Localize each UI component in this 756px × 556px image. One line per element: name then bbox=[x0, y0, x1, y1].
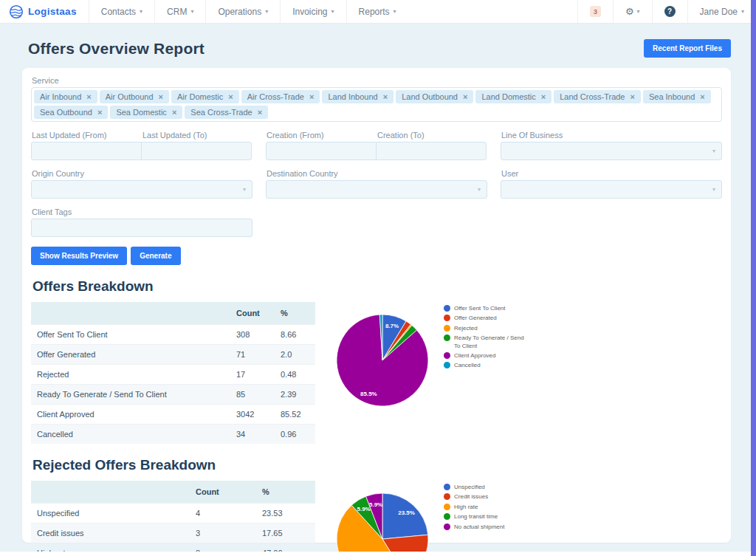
service-tag[interactable]: Air Inbound× bbox=[34, 90, 97, 103]
remove-tag-icon[interactable]: × bbox=[463, 92, 467, 101]
service-tag-label: Air Outbound bbox=[106, 92, 154, 101]
nav-item-contacts[interactable]: Contacts ▾ bbox=[89, 0, 154, 23]
service-tag[interactable]: Air Domestic× bbox=[171, 90, 239, 103]
service-tag[interactable]: Sea Outbound× bbox=[34, 106, 108, 119]
column-header bbox=[31, 302, 230, 325]
legend-color-dot bbox=[444, 325, 450, 332]
nav-label: CRM bbox=[167, 7, 187, 17]
service-tag[interactable]: Sea Domestic× bbox=[110, 106, 182, 119]
remove-tag-icon[interactable]: × bbox=[159, 92, 163, 101]
recent-report-files-button[interactable]: Recent Report Files bbox=[644, 39, 731, 58]
legend-color-dot bbox=[444, 524, 450, 530]
table-row: Client Approved304285.52 bbox=[31, 405, 315, 425]
last-updated-from-label: Last Updated (From) bbox=[32, 131, 142, 140]
remove-tag-icon[interactable]: × bbox=[258, 108, 262, 117]
nav-label: Reports bbox=[359, 7, 390, 17]
remove-tag-icon[interactable]: × bbox=[86, 92, 91, 101]
remove-tag-icon[interactable]: × bbox=[700, 92, 704, 101]
remove-tag-icon[interactable]: × bbox=[228, 92, 233, 101]
creation-to-input[interactable] bbox=[376, 142, 487, 160]
service-tag[interactable]: Land Outbound× bbox=[396, 90, 473, 103]
service-tag[interactable]: Land Inbound× bbox=[322, 90, 394, 103]
remove-tag-icon[interactable]: × bbox=[97, 108, 102, 117]
offers-breakdown-table: Count%Offer Sent To Client3088.66Offer G… bbox=[31, 302, 315, 444]
last-updated-to-input[interactable] bbox=[141, 142, 252, 160]
user-menu[interactable]: Jane Doe ▾ bbox=[687, 0, 756, 23]
chevron-down-icon: ▾ bbox=[712, 148, 715, 154]
nav-label: Contacts bbox=[101, 7, 136, 17]
legend-item: Offer Generated bbox=[444, 315, 526, 322]
service-tag[interactable]: Air Outbound× bbox=[100, 90, 169, 103]
remove-tag-icon[interactable]: × bbox=[172, 108, 176, 117]
legend-item: Cancelled bbox=[444, 362, 526, 369]
notifications-button[interactable]: 3 bbox=[577, 0, 613, 23]
offers-breakdown-title: Offers Breakdown bbox=[32, 278, 722, 295]
client-tags-label: Client Tags bbox=[32, 207, 252, 216]
pie-slice-label: 5.9% bbox=[369, 501, 382, 508]
table-row: Offer Generated712.0 bbox=[31, 345, 315, 365]
help-button[interactable]: ? bbox=[652, 0, 687, 23]
origin-country-select[interactable]: ▾ bbox=[31, 180, 252, 199]
show-results-preview-button[interactable]: Show Results Preview bbox=[31, 247, 127, 265]
nav-item-invoicing[interactable]: Invoicing ▾ bbox=[280, 0, 346, 23]
service-tag-label: Sea Outbound bbox=[40, 108, 92, 117]
remove-tag-icon[interactable]: × bbox=[541, 92, 546, 101]
top-navbar: Logistaas Contacts ▾ CRM ▾ Operations ▾ … bbox=[0, 0, 756, 24]
last-updated-from-input[interactable] bbox=[31, 142, 142, 160]
legend-item: High rate bbox=[444, 504, 526, 511]
nav-item-crm[interactable]: CRM ▾ bbox=[154, 0, 205, 23]
brand-name: Logistaas bbox=[28, 6, 77, 17]
table-row: Unspecified423.53 bbox=[31, 504, 315, 524]
legend-color-dot bbox=[444, 315, 450, 321]
report-card: Service Air Inbound×Air Outbound×Air Dom… bbox=[22, 68, 731, 543]
remove-tag-icon[interactable]: × bbox=[630, 92, 635, 101]
creation-to-label: Creation (To) bbox=[377, 131, 487, 140]
rejected-pie-legend: UnspecifiedCredit issuesHigh rateLong tr… bbox=[444, 484, 526, 533]
nav-label: Invoicing bbox=[292, 7, 327, 17]
legend-item: Credit issues bbox=[444, 493, 526, 501]
legend-label: Unspecified bbox=[454, 484, 485, 491]
service-tag-label: Land Domestic bbox=[481, 92, 535, 101]
client-tags-input[interactable] bbox=[31, 219, 252, 237]
chevron-down-icon: ▾ bbox=[741, 8, 744, 15]
table-row: Cancelled340.96 bbox=[31, 425, 315, 445]
legend-color-dot bbox=[444, 504, 450, 510]
service-tag[interactable]: Sea Cross-Trade× bbox=[185, 106, 268, 119]
vertical-scrollbar[interactable] bbox=[751, 0, 756, 556]
column-header bbox=[31, 481, 190, 504]
service-tag[interactable]: Air Cross-Trade× bbox=[241, 90, 320, 103]
service-tag[interactable]: Land Cross-Trade× bbox=[554, 90, 641, 103]
service-tag-label: Sea Inbound bbox=[649, 92, 695, 101]
nav-item-reports[interactable]: Reports ▾ bbox=[346, 0, 408, 23]
column-header: % bbox=[256, 481, 315, 504]
service-tag[interactable]: Sea Inbound× bbox=[643, 90, 711, 103]
legend-label: Offer Generated bbox=[454, 315, 497, 322]
legend-color-dot bbox=[444, 334, 450, 341]
gear-icon: ⚙ bbox=[625, 6, 634, 17]
legend-item: No actual shipment bbox=[444, 524, 526, 531]
chevron-down-icon: ▾ bbox=[637, 8, 640, 15]
legend-item: Unspecified bbox=[444, 484, 526, 491]
origin-country-label: Origin Country bbox=[32, 169, 252, 178]
service-tag-label: Land Outbound bbox=[402, 92, 458, 101]
service-tag[interactable]: Land Domestic× bbox=[475, 90, 551, 103]
service-tag-label: Air Domestic bbox=[177, 92, 223, 101]
nav-item-operations[interactable]: Operations ▾ bbox=[205, 0, 280, 23]
user-name: Jane Doe bbox=[700, 7, 738, 17]
generate-button[interactable]: Generate bbox=[131, 247, 180, 265]
help-icon: ? bbox=[664, 6, 676, 17]
remove-tag-icon[interactable]: × bbox=[383, 92, 388, 101]
settings-menu[interactable]: ⚙ ▾ bbox=[613, 0, 652, 23]
page-header: Offers Overview Report Recent Report Fil… bbox=[22, 39, 731, 58]
destination-country-select[interactable]: ▾ bbox=[266, 180, 487, 199]
service-tag-label: Air Cross-Trade bbox=[247, 92, 304, 101]
column-header: % bbox=[275, 302, 315, 325]
logistaas-logo[interactable]: Logistaas bbox=[0, 0, 89, 23]
creation-from-input[interactable] bbox=[266, 142, 377, 160]
line-of-business-select[interactable]: ▾ bbox=[501, 142, 722, 160]
pie-slice-label: 5.9% bbox=[357, 506, 370, 512]
user-select[interactable]: ▾ bbox=[501, 180, 722, 199]
legend-label: Rejected bbox=[454, 325, 478, 332]
chevron-down-icon: ▾ bbox=[265, 8, 268, 15]
remove-tag-icon[interactable]: × bbox=[309, 92, 314, 101]
